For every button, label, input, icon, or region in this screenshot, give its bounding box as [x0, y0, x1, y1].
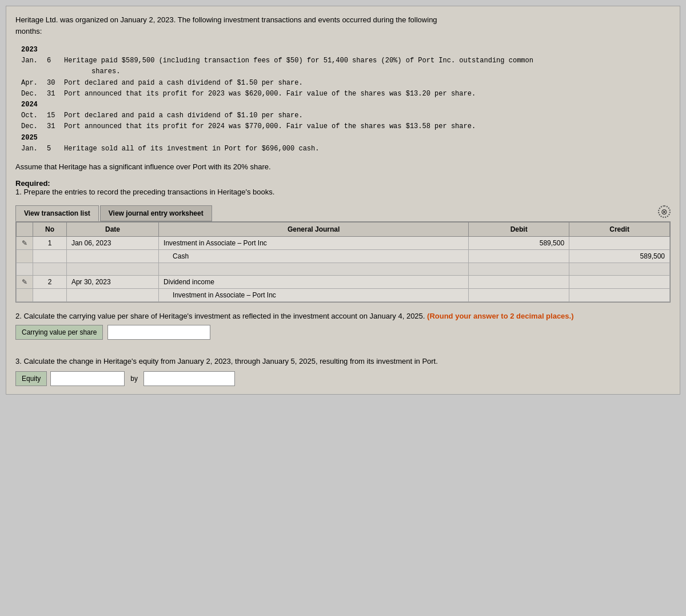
row-credit [569, 236, 670, 249]
edit-cell-3 [17, 288, 33, 301]
required-section: Required: 1. Prepare the entries to reco… [15, 179, 671, 196]
section2-text: 2. Calculate the carrying value per shar… [15, 312, 671, 320]
table-row: Cash 589,500 [17, 249, 670, 263]
row-date-3 [66, 288, 158, 301]
by-label: by [128, 375, 140, 383]
oct-month: Oct. [21, 110, 47, 121]
main-container: Heritage Ltd. was organized on January 2… [6, 6, 680, 395]
credit-header: Credit [569, 222, 670, 236]
dec2-month: Dec. [21, 121, 47, 132]
tab-transaction-list[interactable]: View transaction list [15, 205, 99, 221]
apr-month: Apr. [21, 78, 47, 89]
row-debit-2 [469, 275, 569, 288]
dec-desc: Port announced that its profit for 2023 … [64, 89, 671, 100]
equity-input[interactable] [50, 371, 125, 386]
close-button[interactable]: ⊗ [658, 205, 671, 218]
row-debit: 589,500 [469, 236, 569, 249]
row-debit-3 [469, 288, 569, 301]
dec-2023-transaction: Dec. 31 Port announced that its profit f… [21, 89, 671, 100]
section3: 3. Calculate the change in Heritage's eq… [15, 357, 671, 386]
dec2-day: 31 [47, 121, 64, 132]
no-header: No [33, 222, 67, 236]
row-credit-3 [569, 288, 670, 301]
jan-day: 6 [47, 55, 64, 77]
jan-transaction: Jan. 6 Heritage paid $589,500 (including… [21, 55, 671, 77]
row-date: Jan 06, 2023 [66, 236, 158, 249]
year-2025: 2025 [21, 133, 671, 144]
intro-paragraph: Heritage Ltd. was organized on January 2… [15, 14, 671, 37]
intro-line1: Heritage Ltd. was organized on January 2… [15, 15, 437, 24]
equity-row: Equity by [15, 371, 671, 386]
by-input[interactable] [143, 371, 235, 386]
jan-desc: Heritage paid $589,500 (including transa… [64, 55, 671, 77]
table-row-empty [17, 263, 670, 275]
row-desc-invest: Investment in Associate – Port Inc [159, 288, 469, 301]
apr-desc: Port declared and paid a cash dividend o… [64, 78, 671, 89]
required-label: Required: [15, 179, 50, 188]
edit-col-header [17, 222, 33, 236]
row-no: 1 [33, 236, 67, 249]
row-debit-empty [469, 249, 569, 263]
row-no-2: 2 [33, 275, 67, 288]
transaction-list: 2023 Jan. 6 Heritage paid $589,500 (incl… [15, 45, 671, 154]
oct-day: 15 [47, 110, 64, 121]
date-header: Date [66, 222, 158, 236]
table-row: ✎ 2 Apr 30, 2023 Dividend income [17, 275, 670, 288]
apr-day: 30 [47, 78, 64, 89]
apr-transaction: Apr. 30 Port declared and paid a cash di… [21, 78, 671, 89]
edit-icon-2[interactable]: ✎ [22, 278, 27, 286]
debit-header: Debit [469, 222, 569, 236]
oct-desc: Port declared and paid a cash dividend o… [64, 110, 671, 121]
row-credit-cash: 589,500 [569, 249, 670, 263]
jan2-day: 5 [47, 144, 64, 154]
dec-2024-transaction: Dec. 31 Port announced that its profit f… [21, 121, 671, 132]
row-desc: Investment in Associate – Port Inc [159, 236, 469, 249]
row-date-empty [66, 249, 158, 263]
jan2-transaction: Jan. 5 Heritage sold all of its investme… [21, 144, 671, 154]
year-2023: 2023 [21, 45, 671, 55]
table-row: Investment in Associate – Port Inc [17, 288, 670, 301]
edit-cell-2[interactable]: ✎ [17, 275, 33, 288]
jan2-desc: Heritage sold all of its investment in P… [64, 144, 671, 154]
assume-text: Assume that Heritage has a significant i… [15, 162, 671, 171]
general-journal-header: General Journal [159, 222, 469, 236]
required-item1: 1. Prepare the entries to record the pre… [15, 188, 274, 196]
row-desc-dividend: Dividend income [159, 275, 469, 288]
row-no-empty [33, 249, 67, 263]
journal-table: No Date General Journal Debit Credit ✎ 1… [16, 222, 670, 302]
oct-transaction: Oct. 15 Port declared and paid a cash di… [21, 110, 671, 121]
edit-cell-empty [17, 249, 33, 263]
section2-input-row: Carrying value per share [15, 325, 671, 340]
tab-journal-entry[interactable]: View journal entry worksheet [100, 205, 212, 221]
intro-line2: months: [15, 27, 42, 35]
row-no-3 [33, 288, 67, 301]
edit-cell[interactable]: ✎ [17, 236, 33, 249]
close-icon: ⊗ [661, 207, 668, 216]
dec-month: Dec. [21, 89, 47, 100]
edit-icon[interactable]: ✎ [22, 239, 27, 247]
carrying-value-input[interactable] [107, 325, 210, 340]
year-2024: 2024 [21, 100, 671, 110]
jan-month: Jan. [21, 55, 47, 77]
tabs-row: View transaction list View journal entry… [15, 205, 671, 221]
table-row: ✎ 1 Jan 06, 2023 Investment in Associate… [17, 236, 670, 249]
journal-table-container: No Date General Journal Debit Credit ✎ 1… [15, 221, 671, 303]
dec2-desc: Port announced that its profit for 2024 … [64, 121, 671, 132]
row-credit-2 [569, 275, 670, 288]
dec-day: 31 [47, 89, 64, 100]
equity-label: Equity [15, 371, 47, 386]
carrying-value-label: Carrying value per share [15, 325, 103, 340]
section2-bold: (Round your answer to 2 decimal places.) [427, 312, 573, 320]
jan2-month: Jan. [21, 144, 47, 154]
row-desc-cash: Cash [159, 249, 469, 263]
section3-text: 3. Calculate the change in Heritage's eq… [15, 357, 671, 365]
row-date-2: Apr 30, 2023 [66, 275, 158, 288]
section2: 2. Calculate the carrying value per shar… [15, 312, 671, 340]
